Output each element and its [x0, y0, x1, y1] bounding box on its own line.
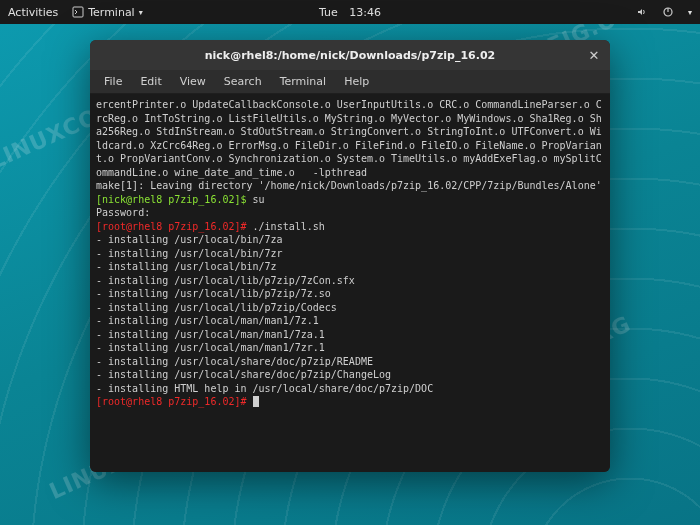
- install-line: - installing /usr/local/man/man1/7zr.1: [96, 342, 325, 353]
- chevron-down-icon: ▾: [139, 8, 143, 17]
- install-line: - installing /usr/local/lib/p7zip/7zCon.…: [96, 275, 355, 286]
- close-button[interactable]: ✕: [586, 47, 602, 63]
- menu-file[interactable]: File: [96, 73, 130, 90]
- app-menu-label: Terminal: [88, 6, 135, 19]
- activities-button[interactable]: Activities: [8, 6, 58, 19]
- root-prompt: [root@rhel8 p7zip_16.02]#: [96, 396, 253, 407]
- install-line: - installing /usr/local/share/doc/p7zip/…: [96, 356, 373, 367]
- install-line: - installing HTML help in /usr/local/sha…: [96, 383, 433, 394]
- user-prompt: [nick@rhel8 p7zip_16.02]$: [96, 194, 253, 205]
- terminal-window: nick@rhel8:/home/nick/Downloads/p7zip_16…: [90, 40, 610, 472]
- install-line: - installing /usr/local/lib/p7zip/Codecs: [96, 302, 337, 313]
- install-line: - installing /usr/local/lib/p7zip/7z.so: [96, 288, 331, 299]
- install-line: - installing /usr/local/bin/7zr: [96, 248, 283, 259]
- cmd-su: su: [253, 194, 265, 205]
- terminal-output[interactable]: ercentPrinter.o UpdateCallbackConsole.o …: [90, 94, 610, 472]
- power-icon[interactable]: [662, 6, 674, 18]
- window-title: nick@rhel8:/home/nick/Downloads/p7zip_16…: [205, 49, 496, 62]
- make-output: make[1]: Leaving directory '/home/nick/D…: [96, 180, 602, 191]
- password-prompt: Password:: [96, 207, 150, 218]
- svg-rect-0: [73, 7, 83, 17]
- volume-icon[interactable]: [636, 6, 648, 18]
- install-line: - installing /usr/local/bin/7z: [96, 261, 277, 272]
- menu-terminal[interactable]: Terminal: [272, 73, 335, 90]
- cursor: [253, 396, 259, 407]
- install-line: - installing /usr/local/man/man1/7za.1: [96, 329, 325, 340]
- menu-search[interactable]: Search: [216, 73, 270, 90]
- menubar: File Edit View Search Terminal Help: [90, 70, 610, 94]
- clock[interactable]: Tue 13:46: [319, 6, 381, 19]
- install-line: - installing /usr/local/bin/7za: [96, 234, 283, 245]
- cmd-install: ./install.sh: [253, 221, 325, 232]
- app-menu[interactable]: Terminal ▾: [72, 6, 143, 19]
- menu-help[interactable]: Help: [336, 73, 377, 90]
- terminal-icon: [72, 6, 84, 18]
- root-prompt: [root@rhel8 p7zip_16.02]#: [96, 221, 253, 232]
- menu-view[interactable]: View: [172, 73, 214, 90]
- install-line: - installing /usr/local/man/man1/7z.1: [96, 315, 319, 326]
- menu-edit[interactable]: Edit: [132, 73, 169, 90]
- compile-output: ercentPrinter.o UpdateCallbackConsole.o …: [96, 99, 602, 178]
- window-titlebar[interactable]: nick@rhel8:/home/nick/Downloads/p7zip_16…: [90, 40, 610, 70]
- install-line: - installing /usr/local/share/doc/p7zip/…: [96, 369, 391, 380]
- chevron-down-icon[interactable]: ▾: [688, 8, 692, 17]
- gnome-topbar: Activities Terminal ▾ Tue 13:46 ▾: [0, 0, 700, 24]
